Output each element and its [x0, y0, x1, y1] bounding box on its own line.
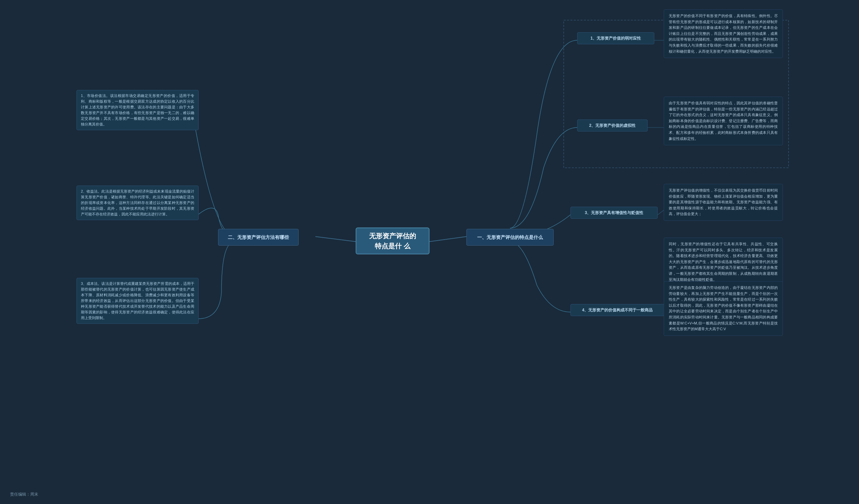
left-main-node: 二、无形资产评估方法有哪些: [218, 229, 299, 246]
svg-line-4: [658, 210, 664, 215]
center-node: 无形资产评估的特点是什 么: [356, 228, 430, 254]
footer-label: 责任编辑：周末: [10, 492, 38, 497]
right-content-2: 由于无形资产价值具有弱对应性的特点，因此其评估值的准确性普遍低于有形资产的评估值…: [664, 97, 783, 145]
center-label: 无形资产评估的特点是什 么: [366, 231, 419, 251]
svg-line-1: [315, 236, 356, 242]
right-content-3: 无形资产评估值的增值性，不仅仅表现为其交换价值货币目前时间价值效应，即随资形发现…: [664, 184, 783, 221]
right-sub-1: 1、无形资产价值的弱对应性: [577, 32, 654, 44]
svg-line-0: [430, 236, 466, 242]
right-content-1: 无形资产的价值不同于有形资产的价值，具有特殊性。例外性。尽管有些无形资产的形成是…: [664, 10, 783, 58]
left-sub-2: 2、收益法。此法是根据无形资产的经济利益或未来现金流量的贴值计算无形资产价值，诸…: [76, 186, 199, 220]
right-main-label: 一、无形资产评估的特点是什么: [477, 234, 543, 241]
right-main-node: 一、无形资产评估的特点是什么: [466, 229, 554, 246]
right-sub-2: 2、无形资产价值的虚拟性: [577, 120, 648, 132]
right-content-3b: 同时，无形资产的增值性还在于它具有共享性、共益性、可交换性。汗的无形资产可以同时…: [664, 238, 783, 286]
left-main-label: 二、无形资产评估方法有哪些: [228, 234, 289, 241]
right-sub-3: 3、无形资产具有增值性与贬值性: [570, 207, 658, 219]
left-sub-3: 3、成本法。该法是计算替代或重建某类无形资产所需的成本，适用于那些能被替代的无形…: [76, 278, 199, 324]
right-content-4: 无形资产是由复杂的脑力劳动创造的，由于凝结在无形资产内部的劳动量较大，再加上无形…: [664, 281, 783, 336]
right-sub-4: 4、无形资产的价值构成不同于一般商品: [570, 304, 664, 316]
left-sub-1: 1、市场价值法。该法根据市场交易确定无形资产的价值，适用于专利、商标和版权等，一…: [76, 90, 199, 130]
mindmap-container: 无形资产评估的特点是什 么 一、无形资产评估的特点是什么 二、无形资产评估方法有…: [0, 0, 859, 504]
